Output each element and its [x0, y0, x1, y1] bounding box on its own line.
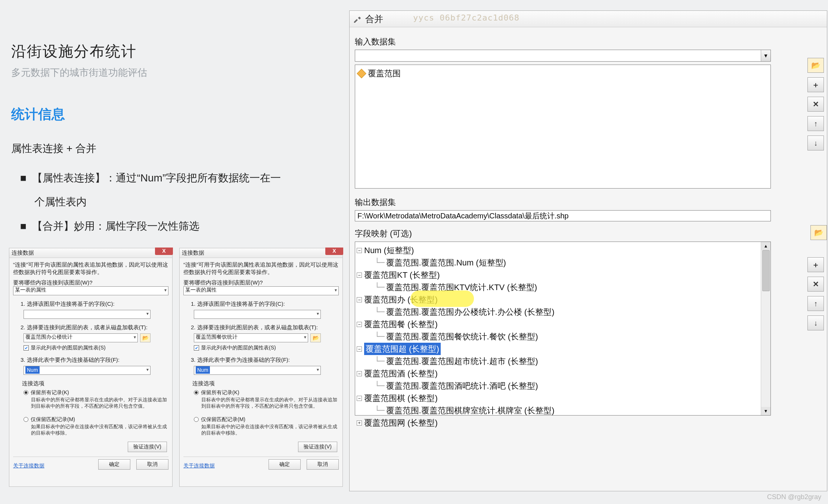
remove-button[interactable]: ✕ [807, 97, 824, 112]
tree-child-label: 覆盖范围.覆盖范围棋牌室统计.棋牌室 (长整型) [386, 404, 555, 417]
step3-combo[interactable]: Num [194, 366, 321, 375]
radio-keep-all[interactable]: 保留所有记录(K) [194, 389, 339, 396]
scroll-up-icon[interactable]: ▲ [761, 242, 770, 250]
close-button[interactable]: X [155, 248, 173, 255]
join-what-combo[interactable]: 某一表的属性 [13, 286, 168, 295]
join-options-label: 连接选项 [22, 380, 168, 387]
move-down-button[interactable]: ↓ [807, 136, 824, 150]
chevron-down-icon[interactable]: ▼ [761, 50, 770, 61]
expand-icon[interactable]: + [357, 420, 362, 426]
collapse-icon[interactable]: − [357, 273, 362, 278]
remove-field-button[interactable]: ✕ [807, 277, 824, 292]
input-datasets-label: 输入数据集 [355, 36, 824, 47]
scroll-thumb[interactable] [762, 250, 770, 291]
watermark-text: yycs 06bf27c2ac1d068 [413, 13, 520, 22]
tree-node[interactable]: −覆盖范围KT (长整型) [357, 269, 769, 281]
join-dialog-left: 连接数据 X “连接”可用于向该图层的属性表追加其他数据，因此可以使用这些数据执… [9, 248, 173, 487]
highlight-marker [410, 290, 474, 307]
step1-combo[interactable] [194, 310, 321, 319]
hammer-icon [353, 15, 362, 23]
tree-node[interactable]: +覆盖范围网 (长整型) [357, 417, 769, 429]
tree-branch-icon: └─ [375, 256, 385, 269]
step2-label: 2. 选择要连接到此图层的表，或者从磁盘加载表(T): [13, 324, 168, 331]
validate-button[interactable]: 验证连接(V) [298, 442, 337, 452]
join-options-label: 连接选项 [192, 380, 339, 387]
layer-icon [357, 69, 366, 78]
scroll-down-icon[interactable]: ▼ [761, 407, 770, 415]
cancel-button[interactable]: 取消 [307, 459, 339, 470]
move-down-button[interactable]: ↓ [807, 315, 824, 330]
dialog-titlebar[interactable]: 连接数据 X [9, 248, 172, 258]
collapse-icon[interactable]: − [357, 371, 362, 376]
tree-node-label: 覆盖范围KT (长整型) [364, 269, 440, 281]
show-layer-check[interactable]: ✔显示此列表中的图层的属性表(S) [194, 345, 339, 351]
browse-button[interactable]: 📂 [310, 333, 321, 342]
tree-branch-icon: └─ [375, 404, 385, 417]
collapse-icon[interactable]: − [357, 297, 362, 302]
tree-node[interactable]: −Num (短整型) [357, 244, 769, 256]
radio-keep-all[interactable]: 保留所有记录(K) [24, 389, 168, 396]
tree-node[interactable]: −覆盖范围餐 (长整型) [357, 318, 769, 330]
move-up-button[interactable]: ↑ [807, 296, 824, 311]
tree-child[interactable]: └─覆盖范围.覆盖范围超市统计.超市 (长整型) [357, 355, 769, 367]
move-up-button[interactable]: ↑ [807, 116, 824, 131]
list-item[interactable]: 覆盖范围 [358, 68, 767, 79]
input-datasets-combo[interactable]: ▼ [355, 50, 771, 62]
fieldmap-side-buttons: ＋ ✕ ↑ ↓ [807, 257, 827, 330]
browse-output-button[interactable]: 📂 [810, 225, 827, 240]
add-button[interactable]: ＋ [807, 77, 824, 92]
tree-child[interactable]: └─覆盖范围.覆盖范围酒吧统计.酒吧 (长整型) [357, 380, 769, 392]
tree-branch-icon: └─ [375, 380, 385, 392]
tree-child[interactable]: └─覆盖范围.覆盖范围办公楼统计.办公楼 (长整型) [357, 306, 769, 318]
bullet-list: ■ 【属性表连接】：通过“Num”字段把所有数据统一在一 个属性表内 ■ 【合并… [11, 166, 347, 238]
radio-match-desc: 如果目标表中的记录在连接表中没有匹配项，该记录将被从生成的目标表中移除。 [201, 424, 339, 436]
input-list[interactable]: 覆盖范围 [355, 65, 771, 189]
tree-branch-icon: └─ [375, 281, 385, 293]
ok-button[interactable]: 确定 [269, 459, 301, 470]
browse-button[interactable]: 📂 [807, 58, 824, 73]
field-map-tree[interactable]: −Num (短整型)└─覆盖范围.覆盖范围.Num (短整型)−覆盖范围KT (… [355, 242, 771, 416]
ok-button[interactable]: 确定 [98, 459, 130, 470]
step2-combo[interactable]: 覆盖范围餐饮统计 [194, 333, 308, 342]
tree-node[interactable]: −覆盖范围酒 (长整型) [357, 367, 769, 380]
collapse-icon[interactable]: − [357, 322, 362, 327]
join-what-combo[interactable]: 某一表的属性 [183, 286, 339, 295]
collapse-icon[interactable]: − [357, 396, 362, 401]
show-layer-check[interactable]: ✔显示此列表中的图层的属性表(S) [24, 345, 168, 351]
tree-child[interactable]: └─覆盖范围.覆盖范围餐饮统计.餐饮 (长整型) [357, 330, 769, 343]
tree-node-label: 覆盖范围棋 (长整型) [364, 392, 438, 404]
step3-combo[interactable]: Num [24, 366, 151, 375]
tree-branch-icon: └─ [375, 355, 385, 367]
output-path-input[interactable] [355, 210, 771, 221]
about-link[interactable]: 关于连接数据 [13, 463, 44, 469]
slide-title: 沿街设施分布统计 [11, 41, 347, 62]
tree-node[interactable]: −覆盖范围超 (长整型) [357, 343, 769, 355]
radio-keep-desc: 目标表中的所有记录都将显示在生成的表中。对于从连接表追加到目标表中的所有字段，不… [201, 397, 339, 410]
step3-label: 3. 选择此表中要作为连接基础的字段(F): [183, 357, 339, 364]
radio-match-only[interactable]: 仅保留匹配记录(M) [24, 416, 168, 423]
close-button[interactable]: X [325, 248, 343, 255]
dialog-titlebar[interactable]: 连接数据 X [180, 248, 342, 258]
scrollbar[interactable]: ▲ ▼ [761, 242, 770, 415]
tree-node[interactable]: −覆盖范围棋 (长整型) [357, 392, 769, 404]
collapse-icon[interactable]: − [357, 346, 362, 352]
add-field-button[interactable]: ＋ [807, 257, 824, 272]
browse-button[interactable]: 📂 [140, 333, 151, 342]
slide-subtitle: 多元数据下的城市街道功能评估 [11, 66, 347, 79]
field-map-label: 字段映射 (可选) [355, 228, 824, 239]
radio-keep-desc: 目标表中的所有记录都将显示在生成的表中。对于从连接表追加到目标表中的所有字段，不… [31, 397, 168, 410]
join-dialog-right: 连接数据 X “连接”可用于向该图层的属性表追加其他数据，因此可以使用这些数据执… [179, 248, 343, 487]
step1-combo[interactable] [24, 310, 151, 319]
slide-text: 沿街设施分布统计 多元数据下的城市街道功能评估 统计信息 属性表连接 + 合并 … [11, 41, 347, 238]
about-link[interactable]: 关于连接数据 [183, 463, 215, 469]
tree-child[interactable]: └─覆盖范围.覆盖范围.Num (短整型) [357, 256, 769, 269]
radio-match-only[interactable]: 仅保留匹配记录(M) [194, 416, 339, 423]
step2-combo[interactable]: 覆盖范围办公楼统计 [24, 333, 138, 342]
cancel-button[interactable]: 取消 [136, 459, 168, 470]
validate-button[interactable]: 验证连接(V) [128, 442, 167, 452]
tree-node-label: Num (短整型) [364, 244, 414, 256]
window-titlebar[interactable]: 合并 yycs 06bf27c2ac1d068 [350, 11, 827, 27]
dialog-description: “连接”可用于向该图层的属性表追加其他数据，因此可以使用这些数据执行符号化图层要… [183, 261, 339, 276]
tree-child[interactable]: └─覆盖范围.覆盖范围棋牌室统计.棋牌室 (长整型) [357, 404, 769, 417]
collapse-icon[interactable]: − [357, 248, 362, 253]
